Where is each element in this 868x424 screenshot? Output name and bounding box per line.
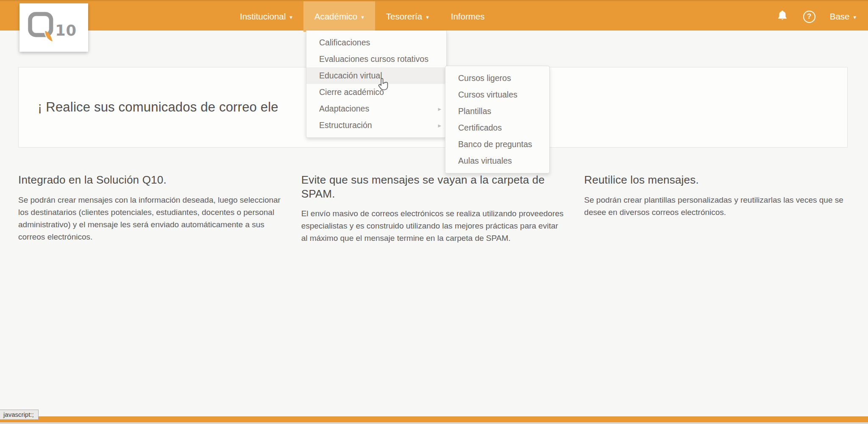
q10-logo-icon: 10: [27, 10, 81, 45]
feature-body: Se podrán crear plantillas personalizada…: [584, 194, 848, 218]
feature-body: Se podrán crear mensajes con la informac…: [18, 194, 282, 243]
feature-body: El envío masivo de correos electrónicos …: [301, 207, 565, 244]
feature-title: Integrado en la Solución Q10.: [18, 173, 282, 187]
submenu-item-cursos-ligeros[interactable]: Cursos ligeros: [445, 70, 549, 86]
nav-item-label: Tesorería: [386, 11, 422, 22]
menu-item-cierre-academico[interactable]: Cierre académico: [306, 84, 446, 100]
submenu-item-cursos-virtuales[interactable]: Cursos virtuales: [445, 86, 549, 103]
help-glyph: ?: [807, 12, 811, 21]
footer-edge: [0, 422, 868, 424]
status-text: javascript:;: [3, 411, 34, 418]
status-bar-link-preview: javascript:;: [0, 410, 39, 420]
caret-down-icon: ▾: [426, 14, 429, 20]
menu-item-label: Aulas virtuales: [458, 156, 512, 165]
menu-item-educacion-virtual[interactable]: Educación virtual: [306, 67, 446, 84]
menu-item-estructuracion[interactable]: Estructuración ▸: [306, 117, 446, 134]
menu-item-label: Adaptaciones: [319, 104, 369, 113]
svg-text:10: 10: [55, 22, 77, 39]
menu-item-label: Cierre académico: [319, 87, 384, 97]
feature-columns: Integrado en la Solución Q10. Se podrán …: [0, 173, 868, 244]
account-menu[interactable]: Base ▾: [830, 11, 856, 22]
mouse-cursor-icon: [377, 77, 390, 93]
menu-item-evaluaciones-cursos-rotativos[interactable]: Evaluaciones cursos rotativos: [306, 51, 446, 67]
submenu-item-aulas-virtuales[interactable]: Aulas virtuales: [445, 153, 549, 169]
feature-title: Evite que sus mensajes se vayan a la car…: [301, 173, 565, 201]
menu-item-label: Estructuración: [319, 120, 372, 130]
submenu-item-banco-de-preguntas[interactable]: Banco de preguntas: [445, 136, 549, 153]
submenu-item-plantillas[interactable]: Plantillas: [445, 103, 549, 120]
nav-item-institucional[interactable]: Institucional ▾: [229, 1, 303, 32]
menu-item-label: Plantillas: [458, 106, 491, 116]
help-icon[interactable]: ?: [803, 11, 815, 23]
menu-item-label: Evaluaciones cursos rotativos: [319, 54, 428, 64]
menu-item-label: Cursos ligeros: [458, 73, 511, 83]
q10-logo[interactable]: 10: [19, 3, 88, 52]
nav-item-informes[interactable]: Informes: [440, 1, 496, 32]
menu-item-calificaciones[interactable]: Calificaciones: [306, 34, 446, 51]
navbar-right-group: ? Base ▾: [776, 1, 856, 32]
main-menu: Institucional ▾ Académico ▾ Tesorería ▾ …: [229, 1, 496, 32]
educacion-virtual-submenu: Cursos ligeros Cursos virtuales Plantill…: [445, 66, 550, 173]
submenu-item-certificados[interactable]: Certificados: [445, 120, 549, 136]
account-label: Base: [830, 11, 850, 22]
footer-orange-bar: [0, 416, 868, 422]
submenu-arrow-icon: ▸: [438, 100, 441, 117]
menu-item-adaptaciones[interactable]: Adaptaciones ▸: [306, 100, 446, 117]
menu-item-label: Cursos virtuales: [458, 90, 517, 99]
feature-spam: Evite que sus mensajes se vayan a la car…: [301, 173, 565, 244]
banner-text: ¡ Realice sus comunicados de correo ele: [38, 100, 278, 115]
nav-item-label: Institucional: [240, 11, 286, 22]
notifications-bell-icon[interactable]: [776, 9, 789, 24]
feature-integrado: Integrado en la Solución Q10. Se podrán …: [18, 173, 282, 244]
menu-item-label: Banco de preguntas: [458, 139, 532, 149]
menu-item-label: Educación virtual: [319, 71, 382, 80]
feature-title: Reutilice los mensajes.: [584, 173, 848, 187]
caret-down-icon: ▾: [361, 14, 364, 20]
feature-reutilice: Reutilice los mensajes. Se podrán crear …: [584, 173, 848, 244]
academico-dropdown: Calificaciones Evaluaciones cursos rotat…: [306, 31, 447, 138]
caret-down-icon: ▾: [853, 14, 856, 20]
nav-item-tesoreria[interactable]: Tesorería ▾: [375, 1, 440, 32]
page: Institucional ▾ Académico ▾ Tesorería ▾ …: [0, 0, 868, 424]
nav-item-label: Informes: [451, 11, 485, 22]
top-navbar: Institucional ▾ Académico ▾ Tesorería ▾ …: [0, 0, 868, 31]
menu-item-label: Certificados: [458, 123, 502, 132]
submenu-arrow-icon: ▸: [438, 117, 441, 134]
nav-item-academico[interactable]: Académico ▾: [303, 1, 375, 32]
caret-down-icon: ▾: [289, 14, 292, 20]
menu-item-label: Calificaciones: [319, 38, 370, 47]
nav-item-label: Académico: [314, 11, 357, 22]
